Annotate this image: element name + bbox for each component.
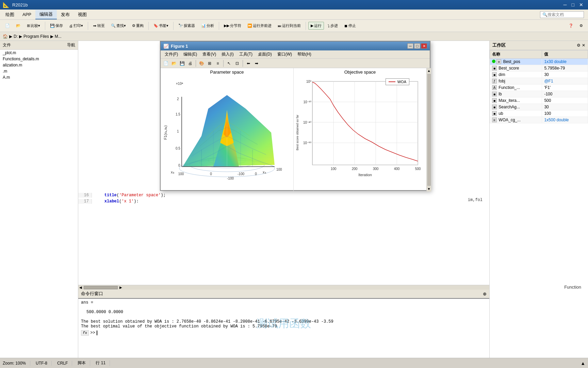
run-advance-button[interactable]: ⏩运行并前进 <box>245 22 274 30</box>
search-input[interactable] <box>548 12 582 17</box>
row-value: 1x30 double <box>542 59 588 65</box>
help-button[interactable]: ❓ <box>566 22 576 29</box>
compare-button[interactable]: ⊞比较▾ <box>24 22 43 30</box>
minimize-button[interactable]: ─ <box>561 1 569 8</box>
window-controls: ─ □ ✕ <box>561 1 585 8</box>
refactor-button[interactable]: ⚙重构 <box>130 22 146 30</box>
path-d[interactable]: D: <box>14 34 18 39</box>
path-program-files[interactable]: Program Files <box>23 34 49 39</box>
goto-button[interactable]: ⮕转至 <box>91 22 107 30</box>
svg-text:-100: -100 <box>238 172 244 176</box>
svg-text:300: 300 <box>373 167 379 171</box>
status-position: 行 11 <box>96 360 110 366</box>
run-section-button[interactable]: ▶▶分节符 <box>222 22 244 30</box>
fig-save-button[interactable]: 💾 <box>178 60 186 67</box>
close-button[interactable]: ✕ <box>577 1 585 8</box>
language-label: 脚本 <box>78 360 86 366</box>
line-content-16[interactable]: title('Parameter space'); <box>92 193 166 198</box>
figure-menu-window[interactable]: 窗口(W) <box>275 51 295 58</box>
stop-button[interactable]: ⏹停止 <box>342 22 358 30</box>
table-row[interactable]: ■ SearchAg... 30 <box>490 104 588 110</box>
fig-open-button[interactable]: 📂 <box>170 60 178 67</box>
param-plot-svg: F1(x₁,x₂) ×10⁴ 0 0.5 1 1.5 2 <box>161 75 293 180</box>
table-row[interactable]: ≡ WOA_cg_... 1x500 double <box>490 117 588 123</box>
settings-button[interactable]: ⚙ <box>577 22 585 29</box>
fig-legend-button[interactable]: ≡ <box>214 60 222 67</box>
svg-text:10⁻⁴⁰: 10⁻⁴⁰ <box>303 121 311 124</box>
app-title-area: 📐 R2021b <box>3 2 28 8</box>
tab-editor[interactable]: 编辑器 <box>35 10 57 19</box>
cmd-cursor[interactable] <box>97 331 100 335</box>
figure-maximize-button[interactable]: □ <box>414 43 420 49</box>
line-content-17[interactable]: xlabel('x 1'): <box>92 199 139 204</box>
status-eol: CRLF <box>57 361 72 366</box>
table-row[interactable]: ■ lb -100 <box>490 91 588 97</box>
figure-close-button[interactable]: ✕ <box>421 43 427 49</box>
figure-minimize-button[interactable]: ─ <box>407 43 413 49</box>
figure-menu-tools[interactable]: 工具(T) <box>236 51 255 58</box>
workspace-close-btn[interactable]: ✕ <box>582 43 585 48</box>
open-button[interactable]: 📂 <box>14 22 23 29</box>
path-m[interactable]: M... <box>55 34 62 39</box>
cmd-line-4 <box>81 315 487 319</box>
tab-view[interactable]: 视图 <box>74 10 91 19</box>
figure-menu-desktop[interactable]: 桌面(D) <box>255 51 275 58</box>
bookmark-button[interactable]: 🔖书签▾ <box>151 22 171 30</box>
svg-text:-100: -100 <box>227 177 234 180</box>
sidebar-item-plot[interactable]: _plot.m <box>0 50 78 56</box>
table-row[interactable]: ■ ub 100 <box>490 110 588 117</box>
scroll-thumb[interactable] <box>427 74 431 186</box>
run-button[interactable]: ▶运行 <box>308 22 324 30</box>
fig-forward-button[interactable]: ➡ <box>253 60 260 67</box>
print-button[interactable]: 🖨打印▾ <box>67 22 85 30</box>
step-button[interactable]: ⤵步进 <box>325 22 340 30</box>
table-row[interactable]: ≡ Best_pos 1x30 double <box>490 59 588 65</box>
svg-text:Iteration: Iteration <box>358 173 372 177</box>
row-name: ■ Best_score <box>490 65 542 72</box>
tab-app[interactable]: APP <box>18 11 35 18</box>
figure-scrollbar[interactable]: ▲ ▼ <box>426 68 431 191</box>
scroll-up-status[interactable]: ▲ <box>581 361 585 366</box>
table-row[interactable]: ƒ fobj @F1 <box>490 78 588 85</box>
tab-draw[interactable]: 绘图 <box>1 10 18 19</box>
figure-menu-insert[interactable]: 插入(I) <box>219 51 236 58</box>
fig-print-button[interactable]: 🖨 <box>186 60 194 67</box>
figure-menu-file[interactable]: 文件(F) <box>162 51 181 58</box>
command-expand-icon[interactable]: ⊕ <box>483 291 487 296</box>
scroll-left-btn[interactable]: ◀ <box>78 286 83 289</box>
table-row[interactable]: ■ Best_score 5.7958e-79 <box>490 65 588 72</box>
explorer-button[interactable]: 🔭探索器 <box>176 22 197 30</box>
row-value: 'F1' <box>542 85 588 91</box>
table-row[interactable]: A Function_... 'F1' <box>490 85 588 91</box>
save-button[interactable]: 💾保存 <box>48 22 65 30</box>
tab-publish[interactable]: 发布 <box>57 10 74 19</box>
run-to-cursor-button[interactable]: ⏭运行到当前 <box>275 22 303 30</box>
fig-zoom-button[interactable]: ⊡ <box>233 60 241 67</box>
fig-grid-button[interactable]: ⊞ <box>206 60 213 67</box>
table-row[interactable]: ■ Max_itera... 500 <box>490 97 588 104</box>
table-row[interactable]: ■ dim 30 <box>490 72 588 78</box>
figure-menu-view[interactable]: 查看(V) <box>200 51 219 58</box>
command-window[interactable]: ans = 500.0000 0.0000 The best solution … <box>78 298 489 358</box>
sidebar-item-am[interactable]: A.m <box>0 74 78 80</box>
scroll-down-button[interactable]: ▼ <box>427 186 431 191</box>
workspace-settings-btn[interactable]: ⚙ <box>577 43 581 48</box>
scroll-up-button[interactable]: ▲ <box>427 68 431 73</box>
figure-menu-help[interactable]: 帮助(H) <box>295 51 314 58</box>
sidebar-item-alization[interactable]: alization.m <box>0 62 78 68</box>
analyze-button[interactable]: 📊分析 <box>199 22 216 30</box>
fig-back-button[interactable]: ⬅ <box>245 60 252 67</box>
sidebar-item-functions[interactable]: Functions_details.m <box>0 56 78 62</box>
sidebar-item-m[interactable]: .m <box>0 68 78 74</box>
hscroll-thumb[interactable] <box>84 286 118 289</box>
find-button[interactable]: 🔍查找▾ <box>109 22 128 30</box>
fig-colormap-button[interactable]: 🎨 <box>198 60 205 67</box>
new-button[interactable]: 📄 <box>3 22 12 29</box>
editor-hscrollbar[interactable]: ◀ ▶ <box>78 285 489 290</box>
fig-pointer-button[interactable]: ↖ <box>225 60 233 67</box>
figure-menu-edit[interactable]: 编辑(E) <box>181 51 200 58</box>
scalar-icon: ■ <box>492 72 497 77</box>
fig-new-button[interactable]: 📄 <box>162 60 169 67</box>
scroll-right-btn[interactable]: ▶ <box>118 286 123 289</box>
maximize-button[interactable]: □ <box>570 1 576 8</box>
